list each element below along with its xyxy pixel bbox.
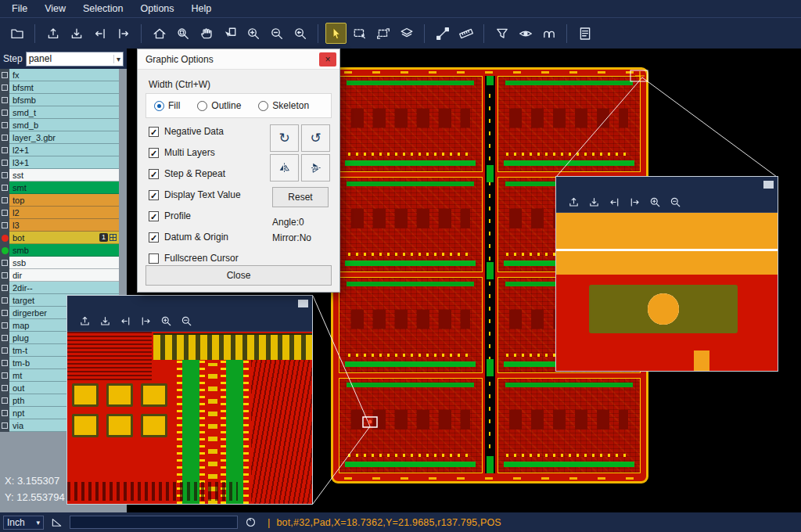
zoom-in-button[interactable] — [159, 314, 174, 329]
layer-checkbox[interactable] — [0, 219, 9, 232]
layer-checkbox[interactable] — [0, 207, 9, 219]
layer-checkbox[interactable] — [0, 357, 9, 369]
radio-skeleton[interactable]: Skeleton — [258, 100, 309, 111]
rotate-ccw-button[interactable]: ↺ — [301, 124, 330, 152]
checkbox-profile[interactable]: ✓Profile — [149, 210, 241, 221]
filter-button[interactable] — [491, 23, 512, 44]
layer-checkbox[interactable] — [0, 269, 9, 282]
zoom-out-button[interactable] — [179, 314, 194, 329]
flip-horizontal-button[interactable] — [270, 154, 299, 182]
layer-checkbox[interactable] — [0, 282, 9, 294]
close-button[interactable]: × — [319, 52, 336, 66]
layer-checkbox[interactable] — [0, 319, 9, 332]
snap-angle-icon[interactable] — [51, 516, 63, 528]
layer-row-l2+1[interactable]: l2+1 — [0, 144, 119, 156]
select-object-button[interactable] — [219, 23, 240, 44]
layer-compare-button[interactable] — [396, 23, 417, 44]
close-dialog-button[interactable]: Close — [145, 265, 332, 286]
radio-outline[interactable]: Outline — [197, 100, 241, 111]
box-arrow-right-button[interactable] — [138, 314, 153, 329]
layer-checkbox[interactable] — [0, 294, 9, 307]
layer-row-fx[interactable]: fx — [0, 69, 119, 81]
layer-row-bfsmt[interactable]: bfsmt — [0, 81, 119, 94]
layer-row-top[interactable]: top — [0, 194, 119, 207]
box-arrow-up-button[interactable] — [566, 195, 581, 210]
layer-checkbox[interactable] — [0, 194, 9, 207]
import-down-button[interactable] — [66, 23, 87, 44]
layer-checkbox[interactable] — [0, 144, 9, 156]
layer-row-smd_t[interactable]: smd_t — [0, 106, 119, 119]
menu-item-view[interactable]: View — [36, 0, 74, 17]
box-arrow-up-button[interactable] — [77, 314, 92, 329]
layer-checkbox[interactable] — [0, 382, 9, 394]
checkbox-display-text-value[interactable]: ✓Display Text Value — [149, 189, 241, 200]
window-menu-button[interactable] — [763, 181, 774, 189]
menu-item-selection[interactable]: Selection — [74, 0, 131, 17]
checkbox-datum-origin[interactable]: ✓Datum & Origin — [149, 232, 241, 243]
measure-button[interactable] — [432, 23, 453, 44]
layer-row-2dir--[interactable]: 2dir-- — [0, 282, 119, 294]
layer-checkbox[interactable] — [0, 394, 9, 407]
layer-row-l3[interactable]: l3 — [0, 219, 119, 232]
pointer-tool-button[interactable] — [325, 23, 347, 44]
radio-fill[interactable]: Fill — [154, 100, 180, 111]
layer-checkbox[interactable] — [0, 69, 9, 81]
zoom-out-button[interactable] — [266, 23, 287, 44]
checkbox-step-repeat[interactable]: ✓Step & Repeat — [149, 168, 241, 179]
menu-item-file[interactable]: File — [3, 0, 36, 17]
zoom-out-button[interactable] — [668, 195, 683, 210]
home-view-button[interactable] — [149, 23, 170, 44]
layer-row-bot[interactable]: bot1 — [0, 232, 119, 244]
view-options-button[interactable] — [515, 23, 536, 44]
checkbox-negative-data[interactable]: ✓Negative Data — [149, 126, 241, 137]
layer-row-layer_3.gbr[interactable]: layer_3.gbr — [0, 131, 119, 144]
menu-item-help[interactable]: Help — [183, 0, 221, 17]
refresh-icon[interactable] — [245, 516, 257, 528]
checkbox-multi-layers[interactable]: ✓Multi Layers — [149, 147, 241, 158]
window-menu-button[interactable] — [298, 300, 308, 307]
layer-checkbox[interactable] — [0, 407, 9, 419]
layer-row-l2[interactable]: l2 — [0, 207, 119, 219]
layer-checkbox[interactable] — [0, 81, 9, 94]
magnifier-titlebar[interactable] — [67, 296, 312, 311]
layer-checkbox[interactable] — [0, 156, 9, 169]
layer-checkbox[interactable] — [0, 369, 9, 382]
layer-checkbox[interactable] — [0, 182, 9, 194]
layer-checkbox[interactable] — [0, 94, 9, 106]
command-input[interactable] — [70, 516, 238, 529]
layer-row-l3+1[interactable]: l3+1 — [0, 156, 119, 169]
unit-combo[interactable]: Inch ▾ — [3, 516, 44, 530]
box-arrow-left-button[interactable] — [607, 195, 622, 210]
ruler-button[interactable] — [455, 23, 476, 44]
flip-vertical-button[interactable] — [301, 154, 330, 182]
layer-row-smt[interactable]: smt — [0, 182, 119, 194]
zoom-window-button[interactable] — [172, 23, 193, 44]
open-button[interactable] — [6, 23, 27, 44]
zoom-in-button[interactable] — [242, 23, 264, 44]
zoom-previous-button[interactable] — [289, 23, 311, 44]
layer-checkbox[interactable] — [0, 169, 9, 182]
layer-row-sst[interactable]: sst — [0, 169, 119, 182]
layer-checkbox[interactable] — [0, 119, 9, 131]
net-trace-button[interactable] — [538, 23, 559, 44]
zoom-in-button[interactable] — [648, 195, 663, 210]
layer-row-dir[interactable]: dir — [0, 269, 119, 282]
box-arrow-left-button[interactable] — [118, 314, 133, 329]
layer-row-bfsmb[interactable]: bfsmb — [0, 94, 119, 106]
layer-checkbox[interactable] — [0, 131, 9, 144]
green-indicator[interactable] — [0, 244, 9, 257]
layer-checkbox[interactable] — [0, 106, 9, 119]
export-right-button[interactable] — [113, 23, 134, 44]
layer-row-ssb[interactable]: ssb — [0, 257, 119, 269]
layer-checkbox[interactable] — [0, 307, 9, 319]
checkbox-fullscreen-cursor[interactable]: Fullscreen Cursor — [149, 253, 241, 264]
red-indicator[interactable] — [0, 232, 9, 244]
reset-button[interactable]: Reset — [272, 187, 329, 207]
layer-checkbox[interactable] — [0, 257, 9, 269]
menu-item-options[interactable]: Options — [131, 0, 182, 17]
box-arrow-down-button[interactable] — [98, 314, 113, 329]
transform-select-button[interactable] — [372, 23, 393, 44]
box-arrow-down-button[interactable] — [587, 195, 602, 210]
box-arrow-right-button[interactable] — [627, 195, 642, 210]
report-button[interactable] — [574, 23, 595, 44]
